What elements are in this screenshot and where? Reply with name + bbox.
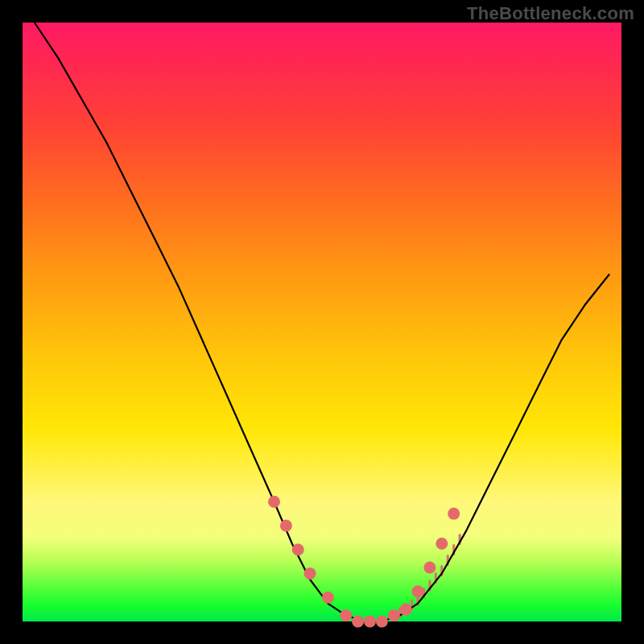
chart-frame: TheBottleneck.com xyxy=(0,0,644,644)
data-point-marker xyxy=(364,616,376,628)
data-point-marker xyxy=(400,604,412,616)
data-point-marker xyxy=(304,568,316,580)
bottleneck-curve xyxy=(35,23,609,621)
data-point-marker xyxy=(423,562,436,574)
data-point-marker xyxy=(268,496,280,508)
data-point-marker xyxy=(388,609,400,621)
data-point-marker xyxy=(436,538,448,550)
data-point-marker xyxy=(352,616,364,628)
data-point-marker xyxy=(280,520,292,532)
chart-svg xyxy=(23,23,621,621)
watermark-text: TheBottleneck.com xyxy=(467,3,634,24)
plot-area xyxy=(23,23,621,621)
data-point-marker xyxy=(412,585,424,597)
marker-group xyxy=(268,496,460,628)
data-point-marker xyxy=(376,616,388,628)
data-point-marker xyxy=(448,508,460,520)
data-point-marker xyxy=(292,543,304,555)
data-point-marker xyxy=(340,609,352,621)
data-point-marker xyxy=(322,592,334,604)
